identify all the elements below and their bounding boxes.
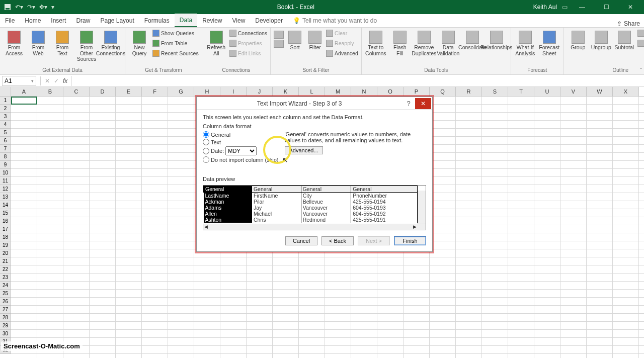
cancel-button[interactable]: Cancel <box>285 236 317 245</box>
show-queries-button[interactable]: Show Queries <box>152 29 199 38</box>
existing-connections-button[interactable]: ExistingConnections <box>100 29 122 56</box>
dialog-help-icon[interactable]: ? <box>402 100 415 107</box>
tab-file[interactable]: File <box>0 14 20 27</box>
ribbon-options-icon[interactable]: ▭ <box>562 4 568 11</box>
column-header[interactable]: U <box>534 87 560 96</box>
tab-review[interactable]: Review <box>197 14 227 27</box>
row-header[interactable]: 4 <box>0 121 11 129</box>
row-header[interactable]: 7 <box>0 145 11 153</box>
advanced-filter-button[interactable]: Advanced <box>326 49 358 58</box>
connections-button[interactable]: Connections <box>229 29 267 38</box>
row-header[interactable]: 30 <box>0 330 11 338</box>
row-header[interactable]: 11 <box>0 177 11 185</box>
column-header[interactable]: R <box>456 87 482 96</box>
row-header[interactable]: 10 <box>0 169 11 177</box>
column-header[interactable]: X <box>613 87 639 96</box>
tell-me[interactable]: 💡Tell me what you want to do <box>288 14 382 27</box>
row-header[interactable]: 14 <box>0 201 11 209</box>
column-header[interactable]: P <box>404 87 430 96</box>
from-text-button[interactable]: FromText <box>51 29 73 56</box>
data-preview[interactable]: GeneralGeneralGeneralGeneralLastNameFirs… <box>203 185 426 230</box>
preview-column-header[interactable]: General <box>301 186 351 193</box>
refresh-all-button[interactable]: Refresh All <box>205 29 227 56</box>
from-table-button[interactable]: From Table <box>152 39 199 48</box>
filter-button[interactable]: Filter <box>306 29 324 51</box>
row-header[interactable]: 15 <box>0 209 11 217</box>
column-header[interactable]: B <box>37 87 63 96</box>
group-button[interactable]: Group <box>567 29 589 51</box>
column-header[interactable]: Q <box>430 87 456 96</box>
name-box[interactable]: A1▾ <box>2 76 36 86</box>
column-header[interactable]: A <box>11 87 37 96</box>
tab-developer[interactable]: Developer <box>250 14 288 27</box>
consolidate-button[interactable]: Consolidate <box>461 29 484 51</box>
preview-column-header[interactable]: General <box>252 186 301 193</box>
undo-icon[interactable]: ↶▾ <box>15 4 23 11</box>
from-access-button[interactable]: FromAccess <box>3 29 25 56</box>
new-query-button[interactable]: New Query <box>128 29 150 56</box>
close-button[interactable]: ✕ <box>621 1 640 13</box>
share-button[interactable]: ⇪Share <box>617 20 644 27</box>
tab-draw[interactable]: Draw <box>71 14 95 27</box>
column-header[interactable]: M <box>325 87 351 96</box>
row-header[interactable]: 1 <box>0 97 11 105</box>
qat-customize-icon[interactable]: ▾ <box>51 4 54 11</box>
row-header[interactable]: 26 <box>0 298 11 306</box>
save-icon[interactable] <box>4 4 11 11</box>
formula-input[interactable] <box>71 76 644 86</box>
radio-general[interactable]: General <box>203 131 279 138</box>
row-header[interactable]: 20 <box>0 249 11 257</box>
tab-home[interactable]: Home <box>20 14 46 27</box>
ungroup-button[interactable]: Ungroup <box>590 29 612 51</box>
row-header[interactable]: 27 <box>0 306 11 314</box>
row-header[interactable]: 23 <box>0 274 11 282</box>
column-header[interactable]: E <box>116 87 142 96</box>
active-cell[interactable] <box>11 97 37 105</box>
tab-formulas[interactable]: Formulas <box>139 14 175 27</box>
column-header[interactable]: F <box>142 87 168 96</box>
text-to-columns-button[interactable]: Text toColumns <box>365 29 387 56</box>
forecast-sheet-button[interactable]: ForecastSheet <box>538 29 560 56</box>
preview-column-header[interactable]: General <box>351 186 418 193</box>
recent-sources-button[interactable]: Recent Sources <box>152 49 199 58</box>
from-other-sources-button[interactable]: From OtherSources <box>75 29 98 62</box>
row-header[interactable]: 17 <box>0 225 11 233</box>
relationships-button[interactable]: Relationships <box>486 29 508 51</box>
row-header[interactable]: 8 <box>0 153 11 161</box>
tab-view[interactable]: View <box>227 14 251 27</box>
row-header[interactable]: 2 <box>0 105 11 113</box>
finish-button[interactable]: Finish <box>394 236 426 245</box>
tab-data[interactable]: Data <box>175 14 197 27</box>
row-header[interactable]: 21 <box>0 257 11 265</box>
column-header[interactable]: L <box>299 87 325 96</box>
row-header[interactable]: 16 <box>0 217 11 225</box>
column-header[interactable]: T <box>508 87 534 96</box>
row-header[interactable]: 25 <box>0 290 11 298</box>
tab-insert[interactable]: Insert <box>46 14 71 27</box>
sort-desc-icon[interactable] <box>274 40 284 48</box>
preview-column-header[interactable]: General <box>204 186 252 193</box>
subtotal-button[interactable]: Subtotal <box>613 29 635 51</box>
what-if-analysis-button[interactable]: What-IfAnalysis <box>514 29 536 56</box>
row-header[interactable]: 24 <box>0 282 11 290</box>
row-header[interactable]: 13 <box>0 193 11 201</box>
column-header[interactable]: H <box>194 87 220 96</box>
preview-h-scrollbar[interactable]: ◀▶ <box>203 224 426 230</box>
row-header[interactable]: 28 <box>0 314 11 322</box>
column-header[interactable]: S <box>482 87 508 96</box>
touch-mode-icon[interactable]: ✥▾ <box>39 4 47 11</box>
row-header[interactable]: 18 <box>0 233 11 241</box>
sort-asc-icon[interactable] <box>274 31 284 39</box>
insert-function-icon[interactable]: fx <box>61 77 69 84</box>
tab-page-layout[interactable]: Page Layout <box>95 14 139 27</box>
column-header[interactable]: J <box>247 87 273 96</box>
flash-fill-button[interactable]: FlashFill <box>389 29 411 56</box>
column-header[interactable]: I <box>220 87 247 96</box>
user-name[interactable]: Keith Aul <box>533 4 557 11</box>
column-header[interactable]: G <box>168 87 194 96</box>
remove-duplicates-button[interactable]: RemoveDuplicates <box>413 29 435 56</box>
maximize-button[interactable]: ☐ <box>597 1 616 13</box>
column-header[interactable]: W <box>587 87 613 96</box>
row-header[interactable]: 5 <box>0 129 11 137</box>
row-header[interactable]: 6 <box>0 137 11 145</box>
